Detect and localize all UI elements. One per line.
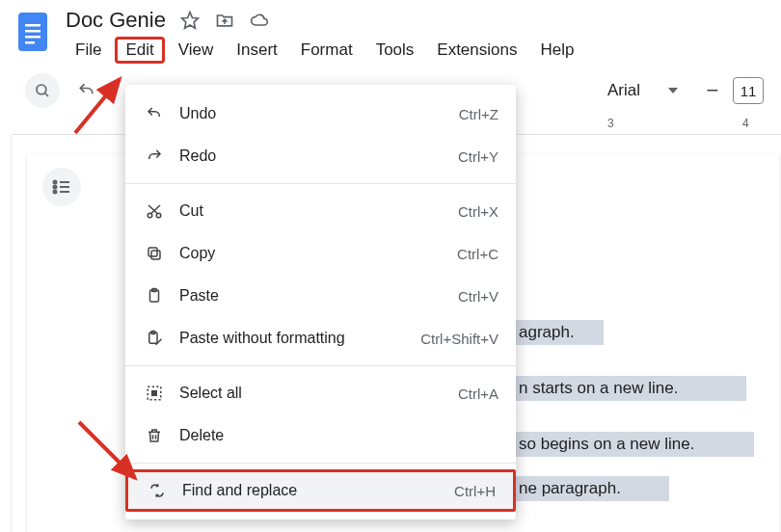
font-name: Arial: [607, 81, 640, 100]
svg-marker-8: [668, 88, 678, 93]
svg-point-16: [156, 213, 161, 218]
text-fragment: ne paragraph.: [515, 476, 669, 501]
text-fragment: so begins on a new line.: [515, 432, 754, 457]
menu-file[interactable]: File: [66, 37, 111, 64]
menu-item-paste-no-format[interactable]: Paste without formatting Ctrl+Shift+V: [125, 317, 516, 359]
svg-point-11: [54, 186, 57, 189]
doc-title[interactable]: Doc Genie: [66, 8, 166, 33]
text-fragment: agraph.: [515, 320, 604, 345]
font-size-controls: − 11: [700, 77, 764, 104]
svg-point-15: [148, 213, 152, 218]
font-size-field[interactable]: 11: [733, 77, 764, 104]
menu-item-find-replace[interactable]: Find and replace Ctrl+H: [125, 469, 516, 512]
menu-separator: [125, 183, 516, 184]
menu-separator: [125, 365, 516, 366]
star-icon[interactable]: [179, 10, 201, 31]
paste-no-format-icon: [143, 330, 166, 347]
svg-rect-3: [25, 36, 40, 39]
copy-icon: [143, 245, 166, 262]
svg-rect-1: [25, 24, 40, 27]
svg-marker-5: [182, 13, 199, 29]
menu-tools[interactable]: Tools: [366, 37, 424, 64]
ruler-mark-3: 3: [607, 117, 614, 130]
menu-extensions[interactable]: Extensions: [427, 37, 526, 64]
chevron-down-icon: [667, 81, 679, 100]
svg-line-7: [44, 93, 48, 96]
menu-format[interactable]: Format: [291, 37, 363, 64]
menu-view[interactable]: View: [169, 37, 224, 64]
menu-help[interactable]: Help: [530, 37, 583, 64]
menu-item-delete[interactable]: Delete: [125, 414, 516, 457]
trash-icon: [143, 427, 166, 444]
document-outline-button[interactable]: [42, 168, 81, 206]
paste-icon: [143, 287, 166, 305]
undo-button[interactable]: [69, 73, 104, 108]
select-all-icon: [143, 385, 166, 402]
menubar: File Edit View Insert Format Tools Exten…: [66, 37, 583, 64]
svg-rect-27: [151, 390, 157, 396]
search-menus-button[interactable]: [25, 73, 60, 108]
menu-item-undo[interactable]: Undo Ctrl+Z: [125, 93, 516, 135]
svg-rect-19: [151, 251, 160, 259]
find-replace-icon: [146, 482, 169, 499]
cloud-status-icon[interactable]: [249, 10, 270, 31]
svg-rect-2: [25, 30, 40, 33]
menu-item-cut[interactable]: Cut Ctrl+X: [125, 190, 516, 232]
undo-icon: [143, 105, 166, 122]
menu-edit[interactable]: Edit: [115, 37, 164, 64]
ruler-mark-4: 4: [742, 117, 749, 130]
left-margin: [0, 135, 12, 532]
menu-item-select-all[interactable]: Select all Ctrl+A: [125, 372, 516, 414]
svg-rect-20: [148, 248, 157, 256]
menu-item-copy[interactable]: Copy Ctrl+C: [125, 232, 516, 275]
svg-point-9: [54, 181, 57, 184]
text-fragment: n starts on a new line.: [515, 376, 746, 401]
app-header: Doc Genie File Edit View Insert Format T…: [0, 0, 781, 64]
menu-separator: [125, 463, 516, 464]
menu-insert[interactable]: Insert: [227, 37, 287, 64]
font-decrease-button[interactable]: −: [700, 77, 725, 104]
font-family-select[interactable]: Arial: [596, 75, 690, 106]
svg-rect-4: [25, 41, 35, 44]
menu-item-paste[interactable]: Paste Ctrl+V: [125, 275, 516, 317]
redo-icon: [143, 147, 166, 165]
cut-icon: [143, 202, 166, 220]
edit-menu-dropdown: Undo Ctrl+Z Redo Ctrl+Y Cut Ctrl+X Copy …: [125, 85, 516, 519]
svg-point-13: [54, 191, 57, 194]
move-folder-icon[interactable]: [214, 10, 235, 31]
menu-item-redo[interactable]: Redo Ctrl+Y: [125, 135, 516, 177]
docs-logo[interactable]: [13, 8, 52, 56]
